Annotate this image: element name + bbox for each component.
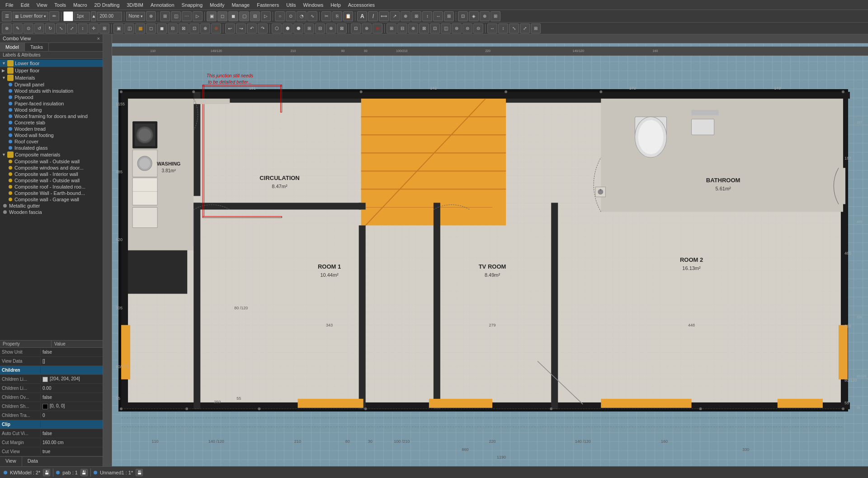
tree-item-metallic-gutter[interactable]: Metallic gutter [0, 203, 103, 209]
tb2-b21[interactable]: ↜ [225, 24, 235, 33]
tb-b12[interactable]: ⊞ [411, 11, 421, 21]
tb2-b40[interactable]: ◫ [441, 24, 451, 33]
tb2-b13[interactable]: ▦ [135, 24, 145, 33]
tb-b15[interactable]: ⊞ [444, 11, 454, 21]
tb2-b48[interactable]: ⊞ [531, 24, 541, 33]
unnamed-save-btn[interactable]: 💾 [136, 469, 143, 476]
tb2-b47[interactable]: ⤢ [520, 24, 530, 33]
tb2-b41[interactable]: ⊛ [452, 24, 462, 33]
tab-model[interactable]: Model [0, 43, 25, 51]
tb2-b23[interactable]: ↶ [247, 24, 257, 33]
menu-manage[interactable]: Manage [228, 1, 253, 9]
tree-item-paper-faced[interactable]: Paper-faced insulation [0, 100, 103, 107]
tb-b14[interactable]: ↔ [433, 11, 443, 21]
tb2-b7[interactable]: ⤢ [67, 24, 77, 33]
pen-width-input[interactable] [74, 12, 90, 21]
tb2-b29[interactable]: ⊟ [315, 24, 325, 33]
tb2-b34[interactable]: ⊗ [373, 24, 382, 33]
tb2-b44[interactable]: ↔ [487, 24, 497, 33]
tb2-b46[interactable]: ⤡ [509, 24, 519, 33]
tree-item-materials[interactable]: ▼Materials [0, 74, 103, 81]
tb2-b27[interactable]: ⬣ [293, 24, 303, 33]
menu-edit[interactable]: Edit [17, 1, 33, 9]
menu-modify[interactable]: Modify [206, 1, 228, 9]
tb-bspline[interactable]: ∿ [307, 11, 317, 21]
tb2-b1[interactable]: ⊕ [2, 24, 12, 33]
tree-item-comp-wall-earth[interactable]: Composite Wall - Earth-bound... [0, 190, 103, 196]
tb-b16[interactable]: ⊡ [458, 11, 468, 21]
pab-save-btn[interactable]: 💾 [80, 469, 88, 476]
tree-container[interactable]: ▼Lower floor▶Upper floor▼MaterialsDrywal… [0, 59, 103, 340]
menu-tools[interactable]: Tools [51, 1, 70, 9]
tree-item-comp-windows[interactable]: Composite windows and door... [0, 165, 103, 171]
tb-snap-btn[interactable]: ⊕ [146, 11, 156, 21]
tb2-b30[interactable]: ⊕ [326, 24, 336, 33]
tb-b4[interactable]: ▷ [193, 11, 203, 21]
tb2-b25[interactable]: ⬡ [272, 24, 282, 33]
tb-b8[interactable]: ▢ [239, 11, 249, 21]
tb2-b33[interactable]: ⊕ [362, 24, 372, 33]
menu-fasteners[interactable]: Fasteners [253, 1, 283, 9]
menu-accessories[interactable]: Accessories [344, 1, 378, 9]
tb-b6[interactable]: ◻ [217, 11, 227, 21]
tb-b17[interactable]: ◈ [469, 11, 479, 21]
tb2-b14[interactable]: ◻ [146, 24, 156, 33]
menu-file[interactable]: File [2, 1, 17, 9]
tb-copy[interactable]: ⎘ [332, 11, 342, 21]
tb2-b15[interactable]: ◼ [157, 24, 167, 33]
panel-close-btn[interactable]: × [97, 36, 100, 41]
tb2-b35[interactable]: ⊞ [387, 24, 396, 33]
tb-b9[interactable]: ⊟ [250, 11, 260, 21]
canvas-area[interactable]: 110 140/120 210 80 30 100/210 220 140/12… [103, 34, 868, 466]
menu-macro[interactable]: Macro [70, 1, 91, 9]
tb-paste[interactable]: 📋 [343, 11, 353, 21]
tree-item-wooden-fascia[interactable]: Wooden fascia [0, 209, 103, 215]
tb-arc[interactable]: ◔ [297, 11, 307, 21]
tb2-b26[interactable]: ⬢ [283, 24, 292, 33]
menu-view[interactable]: View [33, 1, 51, 9]
tb2-b45[interactable]: ↕ [498, 24, 508, 33]
tb2-b36[interactable]: ⊟ [397, 24, 407, 33]
tb-b19[interactable]: ⊞ [491, 11, 500, 21]
tb-up-btn[interactable]: ▲ [91, 11, 96, 21]
tree-item-wooden-tread[interactable]: Wooden tread [0, 126, 103, 132]
tree-item-comp-wall-interior[interactable]: Composite wall - Interior wall [0, 171, 103, 177]
tb-color-btn[interactable] [63, 11, 73, 21]
tb2-b17[interactable]: ⊠ [179, 24, 189, 33]
tb2-b9[interactable]: ✛ [89, 24, 99, 33]
tree-item-wood-framing[interactable]: Wood framing for doors and wind [0, 113, 103, 119]
tb-b10[interactable]: ▷ [261, 11, 271, 21]
tb2-b4[interactable]: ↺ [34, 24, 44, 33]
tb-circle[interactable]: ○ [275, 11, 285, 21]
tree-item-upper-floor[interactable]: ▶Upper floor [0, 67, 103, 74]
tab-tasks[interactable]: Tasks [25, 43, 49, 51]
tree-item-plywood[interactable]: Plywood [0, 94, 103, 100]
tree-item-wood-studs[interactable]: Wood studs with insulation [0, 88, 103, 94]
tb2-b32[interactable]: ⊡ [351, 24, 361, 33]
menu-2d-drafting[interactable]: 2D Drafting [91, 1, 123, 9]
tb2-b16[interactable]: ⊟ [168, 24, 178, 33]
tb2-b42[interactable]: ⊜ [462, 24, 472, 33]
tb2-b22[interactable]: ↝ [236, 24, 246, 33]
tb-cut[interactable]: ✂ [321, 11, 331, 21]
floor-selector[interactable]: ▦ Lower floor ▾ [13, 12, 48, 21]
menu-utils[interactable]: Utils [283, 1, 299, 9]
tb2-b39[interactable]: ⊡ [430, 24, 440, 33]
menu-3d-bim[interactable]: 3D/BIM [123, 1, 147, 9]
tree-item-wood-siding[interactable]: Wood siding [0, 107, 103, 113]
tb2-b38[interactable]: ⊠ [419, 24, 429, 33]
tb-b2[interactable]: ◫ [171, 11, 181, 21]
scale-input[interactable] [97, 12, 122, 21]
tb-icon-1[interactable]: ☰ [2, 11, 12, 21]
tb-b13[interactable]: ↕ [422, 11, 432, 21]
tree-item-comp-roof-insulated[interactable]: Composite roof - Insulated roo... [0, 184, 103, 190]
tb-text[interactable]: A [357, 11, 367, 21]
bottom-tab-data[interactable]: Data [22, 457, 43, 466]
tb-pen-icon[interactable]: ✏ [49, 11, 59, 21]
menu-windows[interactable]: Windows [300, 1, 327, 9]
tb2-b10[interactable]: ⊞ [99, 24, 109, 33]
tb2-b5[interactable]: ↻ [45, 24, 55, 33]
tb2-b20[interactable]: ⊗ [211, 24, 221, 33]
tb-dim[interactable]: ⟺ [379, 11, 389, 21]
tree-item-wood-wall-footing[interactable]: Wood wall footing [0, 132, 103, 138]
